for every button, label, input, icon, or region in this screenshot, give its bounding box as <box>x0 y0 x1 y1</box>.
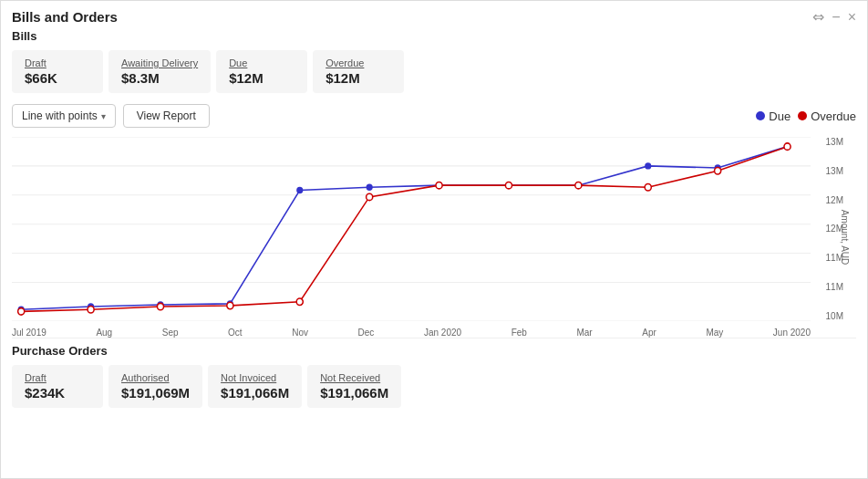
overdue-point-mar <box>575 182 582 188</box>
y-label-3: 12M <box>826 195 843 205</box>
chevron-down-icon: ▾ <box>101 111 106 121</box>
po-authorised-label: Authorised <box>121 372 190 383</box>
purchase-orders-cards-row: Draft $234K Authorised $191,069M Not Inv… <box>12 365 856 408</box>
main-content: Bills Draft $66K Awaiting Delivery $8.3M… <box>1 29 867 426</box>
overdue-point-feb <box>505 182 512 188</box>
x-label-nov: Nov <box>292 328 308 338</box>
minimize-icon[interactable]: − <box>832 9 840 26</box>
legend-overdue: Overdue <box>798 109 856 123</box>
bill-overdue-label: Overdue <box>326 57 391 68</box>
overdue-point-dec <box>367 193 373 200</box>
bill-awaiting-value: $8.3M <box>121 70 198 86</box>
y-label-6: 11M <box>826 282 843 292</box>
overdue-point-may <box>715 167 721 173</box>
x-label-jun: Jun 2020 <box>773 328 811 338</box>
due-point-apr <box>645 162 651 169</box>
bill-draft-label: Draft <box>25 57 90 68</box>
bills-cards-row: Draft $66K Awaiting Delivery $8.3M Due $… <box>12 50 856 93</box>
bill-card-draft: Draft $66K <box>12 50 103 93</box>
overdue-point-apr <box>645 184 651 191</box>
chart-toolbar: Line with points ▾ View Report Due Overd… <box>12 104 856 128</box>
po-authorised-value: $191,069M <box>121 385 190 401</box>
window-controls: ⇔ − × <box>812 8 856 26</box>
y-label-7: 10M <box>826 311 843 321</box>
overdue-point-jul <box>18 308 25 315</box>
po-draft-value: $234K <box>25 385 90 401</box>
bill-overdue-value: $12M <box>326 70 391 86</box>
y-axis-title: Amount, AUD <box>840 210 850 266</box>
po-card-not-invoiced: Not Invoiced $191,066M <box>208 365 302 408</box>
purchase-orders-label: Purchase Orders <box>12 344 856 358</box>
chart-area: 13M 13M 12M 12M 11M 11M 10M Amount, AUD <box>12 137 856 338</box>
bill-due-label: Due <box>229 57 294 68</box>
po-not-received-label: Not Received <box>320 372 388 383</box>
bill-draft-value: $66K <box>25 70 90 86</box>
legend-overdue-dot <box>798 111 807 120</box>
close-icon[interactable]: × <box>848 9 856 26</box>
page-title: Bills and Orders <box>12 9 118 25</box>
overdue-point-jan <box>436 182 442 188</box>
bill-card-awaiting: Awaiting Delivery $8.3M <box>108 50 211 93</box>
bill-due-value: $12M <box>229 70 294 86</box>
po-not-invoiced-label: Not Invoiced <box>221 372 289 383</box>
due-point-dec <box>367 184 373 191</box>
overdue-point-aug <box>88 307 94 313</box>
overdue-point-oct <box>227 302 233 308</box>
expand-icon[interactable]: ⇔ <box>812 8 824 26</box>
overdue-point-sep <box>157 303 163 309</box>
po-card-not-received: Not Received $191,066M <box>307 365 401 408</box>
bill-card-due: Due $12M <box>216 50 307 93</box>
view-report-button[interactable]: View Report <box>123 104 210 128</box>
section-divider <box>12 338 856 338</box>
legend-due-label: Due <box>769 109 790 123</box>
x-label-aug: Aug <box>96 328 112 338</box>
bills-section-label: Bills <box>12 29 856 43</box>
title-bar: Bills and Orders ⇔ − × <box>1 1 867 29</box>
legend-due-dot <box>756 111 765 120</box>
legend-overdue-label: Overdue <box>811 109 856 123</box>
overdue-point-nov <box>296 298 303 305</box>
po-not-received-value: $191,066M <box>320 385 388 401</box>
chart-type-label: Line with points <box>22 109 98 122</box>
purchase-orders-section: Purchase Orders Draft $234K Authorised $… <box>12 344 856 408</box>
bill-awaiting-label: Awaiting Delivery <box>121 57 198 68</box>
po-card-authorised: Authorised $191,069M <box>108 365 202 408</box>
due-point-nov <box>296 187 303 193</box>
overdue-line <box>21 147 787 312</box>
x-label-feb: Feb <box>512 328 527 338</box>
chart-svg <box>12 137 811 321</box>
due-line <box>21 147 787 310</box>
y-label-1: 13M <box>826 137 843 147</box>
x-label-oct: Oct <box>228 328 243 338</box>
x-label-jul: Jul 2019 <box>12 328 46 338</box>
x-label-may: May <box>706 328 723 338</box>
x-label-sep: Sep <box>162 328 179 338</box>
po-draft-label: Draft <box>25 372 90 383</box>
x-label-jan: Jan 2020 <box>424 328 461 338</box>
app-window: Bills and Orders ⇔ − × Bills Draft $66K … <box>0 0 868 479</box>
po-not-invoiced-value: $191,066M <box>221 385 289 401</box>
x-label-apr: Apr <box>642 328 656 338</box>
overdue-point-jun <box>784 143 790 150</box>
x-label-mar: Mar <box>576 328 592 338</box>
x-axis-labels: Jul 2019 Aug Sep Oct Nov Dec Jan 2020 Fe… <box>12 328 811 338</box>
po-card-draft: Draft $234K <box>12 365 103 408</box>
legend-due: Due <box>756 109 790 123</box>
x-label-dec: Dec <box>358 328 375 338</box>
bill-card-overdue: Overdue $12M <box>313 50 404 93</box>
y-label-2: 13M <box>826 166 843 176</box>
chart-type-dropdown[interactable]: Line with points ▾ <box>12 104 116 128</box>
